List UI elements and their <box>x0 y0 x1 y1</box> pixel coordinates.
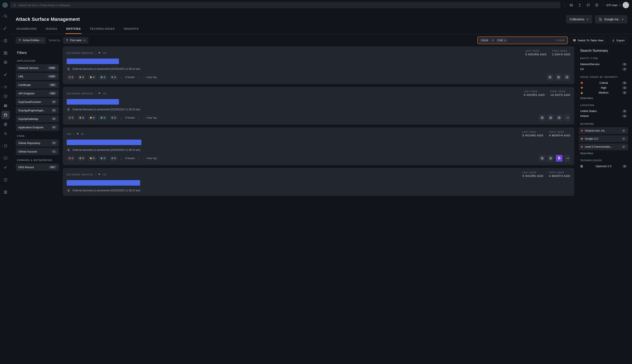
network-row[interactable]: Google LLC2 <box>579 135 628 142</box>
issues-link[interactable]: 0 Issues <box>125 157 135 160</box>
tech-icon[interactable] <box>547 155 554 162</box>
result-card[interactable]: NETWORK SERVICE|⚑USLAST SEEN5 HOURS AGOF… <box>63 87 574 124</box>
nav-warning-icon[interactable] <box>1 176 10 184</box>
comment-icon[interactable] <box>585 2 592 8</box>
app-logo-icon[interactable] <box>2 2 8 8</box>
show-more-link[interactable]: Show More <box>580 152 627 155</box>
upload-icon[interactable] <box>576 2 583 8</box>
help-icon[interactable] <box>593 2 600 8</box>
filter-item[interactable]: DNS Record547 <box>16 164 59 171</box>
inbox-icon[interactable] <box>568 2 575 8</box>
nav-radar-icon[interactable] <box>1 58 10 66</box>
summary-row[interactable]: NetworkService5 <box>579 62 628 66</box>
summary-row[interactable]: Critical0 <box>579 80 628 85</box>
tab-entities[interactable]: ENTITIES <box>65 27 82 34</box>
query-input[interactable]: VULN = CVE⊗ CLEAR <box>478 37 567 44</box>
company-dropdown[interactable]: Google Inc. ▼ <box>595 15 627 23</box>
summary-row[interactable]: Uri2 <box>579 66 628 72</box>
filter-item[interactable]: GcpCloudFunction0 <box>16 98 59 106</box>
new-tag-button[interactable]: + New Tag <box>143 116 159 120</box>
tech-icon[interactable] <box>555 74 562 80</box>
tech-icon[interactable] <box>547 114 554 121</box>
issues-link[interactable]: 0 Issues <box>125 116 135 119</box>
issues-link[interactable]: 0 Issues <box>125 76 135 79</box>
new-tag-button[interactable]: + New Tag <box>143 75 159 80</box>
tab-issues[interactable]: ISSUES <box>45 27 58 34</box>
nav-shield-icon[interactable]: ▸ <box>1 142 10 150</box>
nav-book-icon[interactable] <box>1 188 10 196</box>
avatar[interactable] <box>623 2 629 8</box>
discovery-label: External discovery & assessment (03/25/2… <box>73 68 140 70</box>
filter-item[interactable]: Certificate252 <box>16 81 59 88</box>
external-badge-icon: E <box>67 148 71 152</box>
nav-list-icon[interactable] <box>1 102 10 110</box>
filter-item[interactable]: Network Service2598 <box>16 64 59 72</box>
tab-dashboard[interactable]: DASHBOARD <box>16 27 38 34</box>
new-tag-button[interactable]: + New Tag <box>143 156 159 160</box>
severity-dot: 0 <box>99 156 107 161</box>
nav-key-icon[interactable] <box>1 70 10 79</box>
show-more-link[interactable]: Show More <box>580 97 627 100</box>
switch-view-button[interactable]: Switch To Table View <box>570 37 606 44</box>
global-search[interactable] <box>10 2 560 8</box>
filter-item[interactable]: Application Endpoint0 <box>16 124 59 131</box>
nav-settings-icon[interactable] <box>1 120 10 128</box>
tab-insights[interactable]: INSIGHTS <box>123 27 140 34</box>
nav-asm-icon[interactable] <box>1 111 10 119</box>
filter-item-label: URL <box>18 75 24 78</box>
nav-gear-icon[interactable]: ▸ <box>1 83 10 91</box>
discovery-label: External discovery & assessment (03/25/2… <box>73 148 140 152</box>
tech-icon[interactable] <box>539 114 546 121</box>
tech-icon[interactable] <box>556 114 563 121</box>
collections-dropdown[interactable]: Collections ▼ <box>566 15 592 23</box>
nav-ioc-icon[interactable]: ▸ <box>1 12 10 20</box>
query-key-chip[interactable]: VULN <box>480 38 490 42</box>
more-actions-button[interactable]: +3 <box>564 114 570 121</box>
summary-row[interactable]: United States5 <box>579 108 628 114</box>
filter-item[interactable]: GcpApiGateway0 <box>16 115 59 122</box>
summary-row[interactable]: Medium0 <box>579 90 628 95</box>
sort-field-button[interactable]: First seen <box>63 37 88 44</box>
svg-rect-8 <box>4 52 5 52</box>
nav-screen-icon[interactable] <box>1 154 10 162</box>
filters-panel: Filters APPLICATIONNetwork Service2598UR… <box>14 46 61 361</box>
svg-point-2 <box>14 4 15 6</box>
severity-dot: 0 <box>88 115 96 120</box>
remove-chip-icon[interactable]: ⊗ <box>504 39 506 42</box>
network-row-count: 2 <box>621 145 626 148</box>
more-actions-button[interactable]: +4 <box>564 155 570 162</box>
technologies-heading: TECHNOLOGIES <box>580 159 627 162</box>
nav-widgets-icon[interactable] <box>1 49 10 57</box>
svg-point-30 <box>567 77 567 78</box>
export-button[interactable]: Export <box>609 37 627 44</box>
network-row[interactable]: Amazon.com, Inc.2 <box>579 127 628 134</box>
filter-item[interactable]: API Endpoint234 <box>16 90 59 97</box>
filter-item[interactable]: URL1192 <box>16 73 59 80</box>
tab-technologies[interactable]: TECHNOLOGIES <box>89 27 116 34</box>
network-row[interactable]: Level 3 Communicatio...2 <box>579 144 628 150</box>
summary-row[interactable]: Ireland2 <box>579 114 628 118</box>
network-heading: NETWORK <box>580 122 627 125</box>
global-search-input[interactable] <box>18 4 557 7</box>
nav-reports-icon[interactable]: ▸ <box>1 36 10 45</box>
filter-item[interactable]: Github Repository3 <box>16 139 59 146</box>
user-menu[interactable]: GTI User ▼ <box>606 4 621 7</box>
filter-item[interactable]: Github Account1 <box>16 148 59 155</box>
tech-icon[interactable] <box>547 74 553 80</box>
nav-feed-icon[interactable]: ▸ <box>1 24 10 33</box>
query-value-chip[interactable]: CVE⊗ <box>496 38 508 42</box>
summary-row[interactable]: High0 <box>579 85 628 90</box>
active-entities-filter[interactable]: Active Entities ▼ <box>16 37 46 44</box>
nav-pulse-icon[interactable] <box>1 130 10 138</box>
tech-icon-b[interactable]: B <box>556 155 563 162</box>
tech-icon[interactable] <box>564 74 570 80</box>
tech-icon[interactable] <box>539 155 546 162</box>
result-card[interactable]: NETWORK SERVICE|⚑USLAST SEEN5 HOURS AGOF… <box>63 46 574 84</box>
nav-keys-icon[interactable] <box>1 163 10 172</box>
clear-button[interactable]: CLEAR <box>509 39 565 42</box>
filter-item[interactable]: GcpAppEngineAppli...0 <box>16 107 59 114</box>
result-card[interactable]: URI|⚑IELAST SEEN5 HOURS AGOFIRST SEENA M… <box>63 128 574 165</box>
summary-row[interactable]: Openssh 2.35 <box>579 164 628 169</box>
nav-monitor-icon[interactable] <box>1 92 10 100</box>
result-card[interactable]: NETWORK SERVICE|⚑USLAST SEEN5 HOURS AGOF… <box>63 168 574 196</box>
